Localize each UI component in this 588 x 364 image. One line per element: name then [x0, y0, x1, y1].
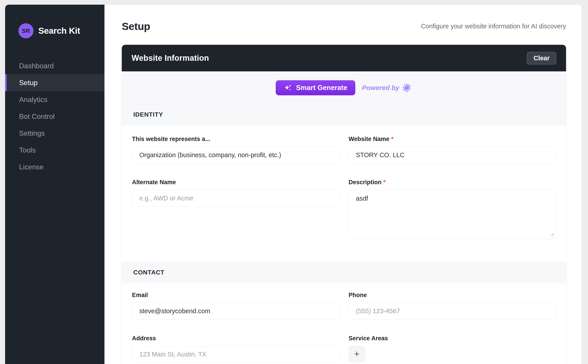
- smart-generate-label: Smart Generate: [296, 84, 347, 92]
- website-name-label: Website Name *: [349, 136, 556, 143]
- app-panel: SR Search Kit Dashboard Setup Analytics …: [5, 4, 582, 364]
- sidebar-item-bot-control[interactable]: Bot Control: [5, 108, 105, 125]
- field-phone: Phone: [349, 292, 556, 319]
- clear-button[interactable]: Clear: [527, 52, 556, 65]
- powered-by: Powered by: [362, 83, 412, 93]
- required-asterisk: *: [383, 179, 386, 186]
- card-header: Website Information Clear: [122, 45, 566, 72]
- add-service-area-button[interactable]: +: [349, 346, 365, 362]
- website-name-input[interactable]: [349, 147, 556, 163]
- powered-by-label: Powered by: [362, 84, 399, 91]
- field-service-areas: Service Areas +: [349, 335, 556, 363]
- contact-section-header: CONTACT: [122, 262, 566, 283]
- required-asterisk: *: [391, 136, 394, 143]
- description-label: Description *: [349, 179, 556, 186]
- represents-label: This website represents a...: [132, 136, 339, 143]
- app-name: Search Kit: [38, 26, 80, 36]
- ai-generate-row: Smart Generate Powered by: [122, 72, 566, 104]
- identity-form: This website represents a... Website Nam…: [122, 125, 566, 262]
- field-represents: This website represents a...: [132, 136, 339, 163]
- sidebar-item-dashboard[interactable]: Dashboard: [5, 57, 105, 74]
- starburst-logo-icon: [402, 83, 412, 93]
- page-header: Setup Configure your website information…: [122, 20, 566, 32]
- field-description: Description * asdf: [349, 179, 556, 239]
- field-address: Address: [132, 335, 339, 363]
- field-website-name: Website Name *: [349, 136, 556, 163]
- represents-select[interactable]: [132, 147, 339, 163]
- field-alternate-name: Alternate Name: [132, 179, 339, 239]
- page-subtitle: Configure your website information for A…: [421, 23, 566, 30]
- phone-label: Phone: [349, 292, 556, 299]
- phone-input[interactable]: [349, 303, 556, 319]
- service-areas-label: Service Areas: [349, 335, 556, 342]
- sidebar: SR Search Kit Dashboard Setup Analytics …: [5, 5, 105, 364]
- sidebar-item-tools[interactable]: Tools: [5, 142, 105, 158]
- sidebar-item-setup[interactable]: Setup: [5, 74, 105, 91]
- sidebar-item-analytics[interactable]: Analytics: [5, 91, 105, 108]
- sidebar-nav: Dashboard Setup Analytics Bot Control Se…: [5, 57, 105, 175]
- contact-form: Email Phone Address Service Areas: [122, 283, 566, 364]
- alternate-name-label: Alternate Name: [132, 179, 339, 186]
- sparkles-icon: [284, 83, 293, 92]
- description-textarea[interactable]: asdf: [349, 190, 556, 239]
- address-label: Address: [132, 335, 339, 342]
- smart-generate-button[interactable]: Smart Generate: [276, 80, 355, 95]
- page-title: Setup: [122, 20, 150, 32]
- email-input[interactable]: [132, 303, 339, 319]
- resize-handle[interactable]: [550, 232, 554, 237]
- main-content: Setup Configure your website information…: [105, 5, 581, 364]
- website-information-card: Website Information Clear Smart Generate: [122, 45, 566, 364]
- field-email: Email: [132, 292, 339, 319]
- alternate-name-input[interactable]: [132, 190, 339, 207]
- logo: SR Search Kit: [18, 23, 105, 38]
- address-input[interactable]: [132, 346, 339, 363]
- sidebar-item-license[interactable]: License: [5, 158, 105, 175]
- sidebar-item-settings[interactable]: Settings: [5, 125, 105, 142]
- identity-section-header: IDENTITY: [122, 104, 566, 125]
- logo-badge-icon: SR: [18, 23, 33, 38]
- email-label: Email: [132, 292, 339, 299]
- card-title: Website Information: [132, 53, 209, 63]
